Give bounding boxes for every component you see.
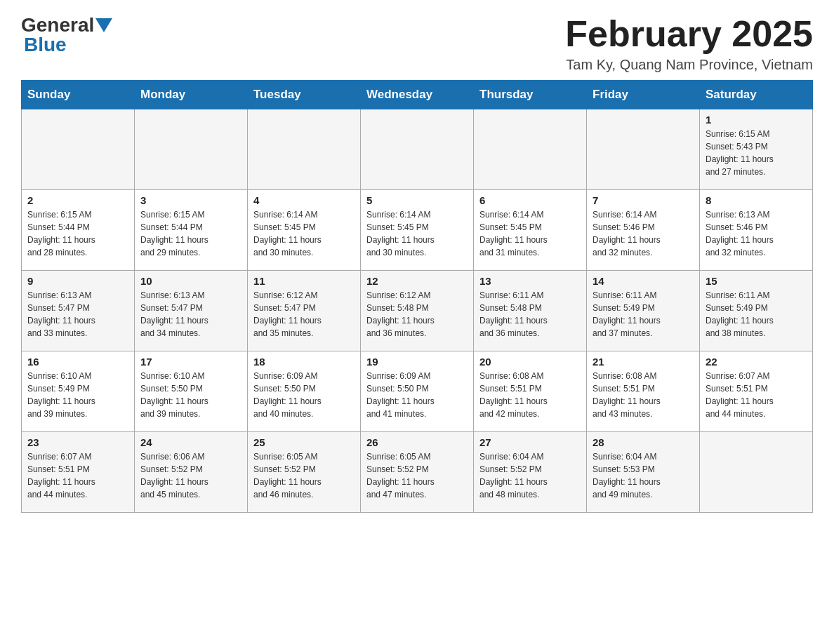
calendar-cell bbox=[361, 109, 474, 190]
day-number: 9 bbox=[27, 275, 128, 287]
month-title: February 2025 bbox=[565, 14, 813, 54]
calendar-cell bbox=[474, 109, 587, 190]
logo: General Blue bbox=[21, 14, 114, 56]
calendar-cell: 1Sunrise: 6:15 AM Sunset: 5:43 PM Daylig… bbox=[700, 109, 813, 190]
day-number: 7 bbox=[593, 194, 694, 206]
calendar-cell: 15Sunrise: 6:11 AM Sunset: 5:49 PM Dayli… bbox=[700, 271, 813, 351]
calendar-cell: 18Sunrise: 6:09 AM Sunset: 5:50 PM Dayli… bbox=[248, 351, 361, 432]
day-number: 8 bbox=[706, 194, 807, 206]
calendar-cell: 22Sunrise: 6:07 AM Sunset: 5:51 PM Dayli… bbox=[700, 351, 813, 432]
day-number: 2 bbox=[27, 194, 128, 206]
calendar-cell: 27Sunrise: 6:04 AM Sunset: 5:52 PM Dayli… bbox=[474, 432, 587, 513]
calendar-week-row: 23Sunrise: 6:07 AM Sunset: 5:51 PM Dayli… bbox=[22, 432, 813, 513]
day-info: Sunrise: 6:04 AM Sunset: 5:53 PM Dayligh… bbox=[593, 450, 694, 501]
day-info: Sunrise: 6:09 AM Sunset: 5:50 PM Dayligh… bbox=[253, 370, 355, 420]
calendar-cell bbox=[700, 432, 813, 513]
day-info: Sunrise: 6:07 AM Sunset: 5:51 PM Dayligh… bbox=[706, 370, 807, 420]
calendar-cell: 5Sunrise: 6:14 AM Sunset: 5:45 PM Daylig… bbox=[361, 190, 474, 271]
day-number: 13 bbox=[479, 275, 581, 287]
day-number: 20 bbox=[479, 356, 581, 368]
calendar-cell: 14Sunrise: 6:11 AM Sunset: 5:49 PM Dayli… bbox=[587, 271, 700, 351]
col-wednesday: Wednesday bbox=[361, 81, 474, 109]
day-info: Sunrise: 6:09 AM Sunset: 5:50 PM Dayligh… bbox=[366, 370, 468, 420]
day-number: 3 bbox=[140, 194, 241, 206]
day-info: Sunrise: 6:11 AM Sunset: 5:49 PM Dayligh… bbox=[706, 289, 807, 340]
location-text: Tam Ky, Quang Nam Province, Vietnam bbox=[565, 57, 813, 73]
col-monday: Monday bbox=[135, 81, 248, 109]
day-number: 1 bbox=[706, 114, 807, 126]
day-info: Sunrise: 6:10 AM Sunset: 5:50 PM Dayligh… bbox=[140, 370, 241, 420]
day-info: Sunrise: 6:06 AM Sunset: 5:52 PM Dayligh… bbox=[140, 450, 241, 501]
calendar-cell: 13Sunrise: 6:11 AM Sunset: 5:48 PM Dayli… bbox=[474, 271, 587, 351]
day-info: Sunrise: 6:14 AM Sunset: 5:45 PM Dayligh… bbox=[366, 208, 468, 259]
calendar-cell: 28Sunrise: 6:04 AM Sunset: 5:53 PM Dayli… bbox=[587, 432, 700, 513]
day-number: 18 bbox=[253, 356, 355, 368]
calendar-week-row: 1Sunrise: 6:15 AM Sunset: 5:43 PM Daylig… bbox=[22, 109, 813, 190]
col-tuesday: Tuesday bbox=[248, 81, 361, 109]
day-info: Sunrise: 6:12 AM Sunset: 5:47 PM Dayligh… bbox=[253, 289, 355, 340]
calendar-cell: 12Sunrise: 6:12 AM Sunset: 5:48 PM Dayli… bbox=[361, 271, 474, 351]
day-info: Sunrise: 6:08 AM Sunset: 5:51 PM Dayligh… bbox=[479, 370, 581, 420]
calendar-week-row: 2Sunrise: 6:15 AM Sunset: 5:44 PM Daylig… bbox=[22, 190, 813, 271]
day-info: Sunrise: 6:07 AM Sunset: 5:51 PM Dayligh… bbox=[27, 450, 128, 501]
day-number: 21 bbox=[593, 356, 694, 368]
day-info: Sunrise: 6:13 AM Sunset: 5:46 PM Dayligh… bbox=[706, 208, 807, 259]
day-number: 14 bbox=[593, 275, 694, 287]
day-info: Sunrise: 6:05 AM Sunset: 5:52 PM Dayligh… bbox=[253, 450, 355, 501]
logo-blue-text: Blue bbox=[21, 34, 67, 56]
day-number: 27 bbox=[479, 436, 581, 448]
day-info: Sunrise: 6:05 AM Sunset: 5:52 PM Dayligh… bbox=[366, 450, 468, 501]
day-number: 24 bbox=[140, 436, 241, 448]
calendar-cell: 17Sunrise: 6:10 AM Sunset: 5:50 PM Dayli… bbox=[135, 351, 248, 432]
day-number: 23 bbox=[27, 436, 128, 448]
calendar-cell: 11Sunrise: 6:12 AM Sunset: 5:47 PM Dayli… bbox=[248, 271, 361, 351]
calendar-cell: 20Sunrise: 6:08 AM Sunset: 5:51 PM Dayli… bbox=[474, 351, 587, 432]
calendar-cell: 9Sunrise: 6:13 AM Sunset: 5:47 PM Daylig… bbox=[22, 271, 135, 351]
day-info: Sunrise: 6:14 AM Sunset: 5:45 PM Dayligh… bbox=[479, 208, 581, 259]
calendar-cell bbox=[22, 109, 135, 190]
calendar-cell: 19Sunrise: 6:09 AM Sunset: 5:50 PM Dayli… bbox=[361, 351, 474, 432]
calendar-cell: 23Sunrise: 6:07 AM Sunset: 5:51 PM Dayli… bbox=[22, 432, 135, 513]
day-number: 15 bbox=[706, 275, 807, 287]
day-number: 6 bbox=[479, 194, 581, 206]
calendar-cell: 8Sunrise: 6:13 AM Sunset: 5:46 PM Daylig… bbox=[700, 190, 813, 271]
day-info: Sunrise: 6:13 AM Sunset: 5:47 PM Dayligh… bbox=[140, 289, 241, 340]
day-info: Sunrise: 6:11 AM Sunset: 5:49 PM Dayligh… bbox=[593, 289, 694, 340]
title-block: February 2025 Tam Ky, Quang Nam Province… bbox=[565, 14, 813, 73]
day-number: 16 bbox=[27, 356, 128, 368]
day-number: 19 bbox=[366, 356, 468, 368]
day-info: Sunrise: 6:15 AM Sunset: 5:44 PM Dayligh… bbox=[27, 208, 128, 259]
day-info: Sunrise: 6:13 AM Sunset: 5:47 PM Dayligh… bbox=[27, 289, 128, 340]
calendar-cell bbox=[587, 109, 700, 190]
day-number: 25 bbox=[253, 436, 355, 448]
calendar-week-row: 9Sunrise: 6:13 AM Sunset: 5:47 PM Daylig… bbox=[22, 271, 813, 351]
calendar-cell bbox=[248, 109, 361, 190]
calendar-week-row: 16Sunrise: 6:10 AM Sunset: 5:49 PM Dayli… bbox=[22, 351, 813, 432]
day-info: Sunrise: 6:11 AM Sunset: 5:48 PM Dayligh… bbox=[479, 289, 581, 340]
calendar-cell: 26Sunrise: 6:05 AM Sunset: 5:52 PM Dayli… bbox=[361, 432, 474, 513]
day-info: Sunrise: 6:10 AM Sunset: 5:49 PM Dayligh… bbox=[27, 370, 128, 420]
col-sunday: Sunday bbox=[22, 81, 135, 109]
day-number: 22 bbox=[706, 356, 807, 368]
page-header: General Blue February 2025 Tam Ky, Quang… bbox=[21, 14, 813, 73]
day-info: Sunrise: 6:12 AM Sunset: 5:48 PM Dayligh… bbox=[366, 289, 468, 340]
day-info: Sunrise: 6:15 AM Sunset: 5:44 PM Dayligh… bbox=[140, 208, 241, 259]
day-number: 12 bbox=[366, 275, 468, 287]
day-number: 4 bbox=[253, 194, 355, 206]
calendar-header-row: Sunday Monday Tuesday Wednesday Thursday… bbox=[22, 81, 813, 109]
logo-triangle-icon bbox=[95, 18, 112, 32]
day-number: 17 bbox=[140, 356, 241, 368]
calendar-table: Sunday Monday Tuesday Wednesday Thursday… bbox=[21, 80, 813, 513]
day-number: 5 bbox=[366, 194, 468, 206]
col-saturday: Saturday bbox=[700, 81, 813, 109]
calendar-cell: 25Sunrise: 6:05 AM Sunset: 5:52 PM Dayli… bbox=[248, 432, 361, 513]
day-info: Sunrise: 6:08 AM Sunset: 5:51 PM Dayligh… bbox=[593, 370, 694, 420]
calendar-cell bbox=[135, 109, 248, 190]
day-number: 10 bbox=[140, 275, 241, 287]
day-number: 11 bbox=[253, 275, 355, 287]
col-thursday: Thursday bbox=[474, 81, 587, 109]
calendar-cell: 6Sunrise: 6:14 AM Sunset: 5:45 PM Daylig… bbox=[474, 190, 587, 271]
calendar-cell: 21Sunrise: 6:08 AM Sunset: 5:51 PM Dayli… bbox=[587, 351, 700, 432]
day-info: Sunrise: 6:14 AM Sunset: 5:46 PM Dayligh… bbox=[593, 208, 694, 259]
calendar-cell: 4Sunrise: 6:14 AM Sunset: 5:45 PM Daylig… bbox=[248, 190, 361, 271]
